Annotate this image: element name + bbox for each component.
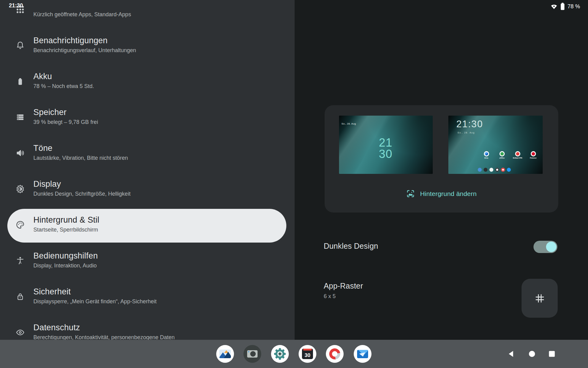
toggle-thumb — [546, 242, 556, 252]
sidebar-item-accessibility[interactable]: Bedienungshilfen Display, Interaktion, A… — [0, 245, 295, 281]
sidebar-item-subtitle: Displaysperre, „Mein Gerät finden“, App-… — [33, 298, 156, 305]
dock-calendar-icon — [495, 168, 499, 172]
status-time: 21:30 — [9, 2, 23, 9]
lock-icon — [16, 292, 25, 301]
sidebar-item-title: Benachrichtigungen — [33, 36, 107, 45]
sidebar-item-apps[interactable]: Kürzlich geöffnete Apps, Standard-Apps — [0, 0, 295, 29]
sidebar-item-subtitle: Display, Interaktion, Audio — [33, 263, 97, 269]
bell-icon — [16, 41, 25, 50]
status-icons: 78 % — [550, 2, 580, 10]
sidebar-item-sound[interactable]: Töne Lautstärke, Vibration, Bitte nicht … — [0, 137, 295, 173]
nav-back-button[interactable] — [503, 340, 520, 368]
palette-icon — [16, 220, 25, 229]
mini-app-blue: Drive — [483, 151, 490, 159]
sidebar-item-title: Sicherheit — [33, 287, 71, 297]
dark-mode-label: Dunkles Design — [324, 242, 378, 251]
dock-mail-icon — [507, 168, 511, 172]
taskbar-calendar-icon[interactable]: 30 — [299, 345, 316, 363]
sidebar-item-subtitle: Kürzlich geöffnete Apps, Standard-Apps — [33, 11, 131, 18]
grid-hash-icon — [533, 292, 546, 305]
sidebar-item-title: Display — [33, 179, 61, 189]
sidebar-item-subtitle: Startseite, Sperrbildschirm — [33, 227, 98, 233]
nav-home-icon — [528, 350, 536, 358]
dock-photos-icon — [478, 168, 482, 172]
homescreen-app-row: Drive eOffice Brilliant VPN Pinterest — [483, 151, 537, 159]
taskbar: 30 — [0, 340, 588, 368]
homescreen-date: So., 28. Aug — [458, 132, 475, 134]
battery-status-icon — [560, 2, 565, 10]
sidebar-item-wallpaper-style[interactable]: Hintergrund & Stil Startseite, Sperrbild… — [0, 209, 295, 245]
accessibility-icon — [16, 256, 25, 265]
sidebar-item-title: Speicher — [33, 108, 66, 117]
change-wallpaper-button[interactable]: Hintergrund ändern — [325, 190, 558, 198]
sidebar-item-subtitle: 78 % – Noch etwa 5 Std. — [33, 83, 94, 90]
dock-opera-icon — [501, 168, 505, 172]
lockscreen-preview[interactable]: So., 28. Aug 21 30 — [339, 116, 433, 174]
taskbar-mail-icon[interactable] — [354, 345, 371, 363]
app-grid-button[interactable] — [522, 279, 558, 318]
taskbar-camera-icon[interactable] — [243, 345, 261, 363]
app-grid-label: App-Raster — [324, 282, 363, 290]
sidebar-item-subtitle: Dunkles Design, Schriftgröße, Helligkeit — [33, 191, 130, 197]
sidebar-item-subtitle: Lautstärke, Vibration, Bitte nicht störe… — [33, 155, 128, 161]
battery-icon — [16, 77, 25, 86]
wallpaper-style-panel: Hintergrund & Stil So., 28. Aug 21 30 21… — [295, 0, 588, 368]
mini-app-red-shield: Brilliant VPN — [514, 151, 521, 159]
sidebar-item-subtitle: Benachrichtigungsverlauf, Unterhaltungen — [33, 47, 136, 54]
lockscreen-date: So., 28. Aug — [341, 122, 356, 125]
nav-recents-button[interactable] — [544, 340, 560, 368]
android-settings-screen: Kürzlich geöffnete Apps, Standard-Apps B… — [0, 0, 588, 368]
brightness-icon — [16, 184, 25, 194]
app-grid-value: 6 x 5 — [324, 293, 336, 300]
taskbar-settings-icon[interactable] — [271, 345, 289, 363]
wallpaper-image-icon — [406, 190, 415, 198]
dock-camera-icon — [484, 168, 488, 172]
nav-home-button[interactable] — [524, 340, 540, 368]
sidebar-item-battery[interactable]: Akku 78 % – Noch etwa 5 Std. — [0, 65, 295, 101]
homescreen-dock — [478, 168, 511, 172]
wifi-icon — [550, 3, 558, 10]
mini-app-green: eOffice — [499, 151, 505, 159]
sidebar-item-storage[interactable]: Speicher 39 % belegt – 9,78 GB frei — [0, 101, 295, 137]
mini-app-pinterest: Pinterest — [530, 151, 537, 159]
sidebar-item-subtitle: 39 % belegt – 9,78 GB frei — [33, 119, 98, 125]
sidebar-item-title: Akku — [33, 72, 52, 81]
dark-mode-toggle[interactable] — [533, 241, 557, 253]
taskbar-opera-icon[interactable] — [326, 345, 344, 363]
taskbar-gallery-icon[interactable] — [216, 345, 234, 363]
selected-pill — [7, 209, 286, 243]
storage-icon — [16, 113, 25, 122]
speaker-icon — [16, 148, 25, 158]
lockscreen-clock: 21 30 — [379, 137, 392, 160]
sidebar-item-display[interactable]: Display Dunkles Design, Schriftgröße, He… — [0, 173, 295, 209]
sidebar-item-security[interactable]: Sicherheit Displaysperre, „Mein Gerät fi… — [0, 281, 295, 316]
homescreen-preview[interactable]: 21:30 So., 28. Aug Drive eOffice Brillia… — [448, 116, 543, 174]
battery-percent: 78 % — [567, 3, 580, 10]
sidebar-item-title: Bedienungshilfen — [33, 251, 98, 261]
homescreen-clock: 21:30 — [456, 119, 483, 130]
change-wallpaper-label: Hintergrund ändern — [420, 190, 477, 197]
settings-sidebar: Kürzlich geöffnete Apps, Standard-Apps B… — [0, 0, 295, 368]
sidebar-item-title: Hintergrund & Stil — [33, 215, 99, 225]
nav-recents-icon — [548, 350, 556, 358]
dock-settings-icon — [489, 168, 493, 172]
sidebar-item-title: Töne — [33, 144, 52, 153]
sidebar-item-title: Datenschutz — [33, 323, 80, 332]
privacy-eye-icon — [16, 328, 25, 337]
sidebar-item-notifications[interactable]: Benachrichtigungen Benachrichtigungsverl… — [0, 29, 295, 65]
wallpaper-preview-card: So., 28. Aug 21 30 21:30 So., 28. Aug Dr… — [325, 105, 558, 213]
nav-back-icon — [507, 350, 515, 358]
